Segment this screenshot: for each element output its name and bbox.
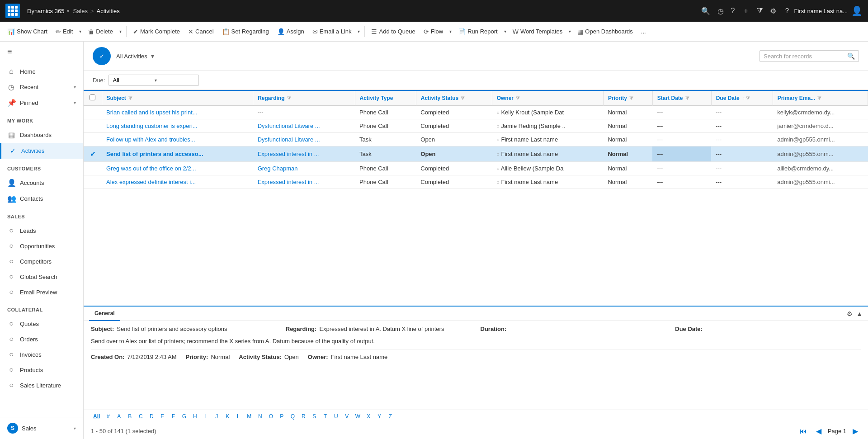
email-dropdown-button[interactable]: ▾ [356,27,362,36]
sidebar-item-global-search[interactable]: ○ Global Search [0,269,83,284]
add-icon[interactable]: ＋ [742,6,750,16]
detail-settings-icon[interactable]: ⚙ [847,310,853,317]
sidebar-item-quotes[interactable]: ○ Quotes [0,316,83,331]
select-all-checkbox[interactable] [90,94,95,100]
alpha-btn-all[interactable]: All [91,412,102,421]
row-regarding[interactable]: Expressed interest in ... [253,146,355,162]
table-row[interactable]: ✔ Send list of printers and accesso... E… [84,146,868,162]
table-scroll[interactable]: Subject ⧩ Regarding ⧩ Activity Type Acti… [84,90,868,306]
hamburger-button[interactable]: ≡ [0,42,83,62]
user-profile[interactable]: First name Last na... 👤 [794,5,863,16]
table-row[interactable]: Alex expressed definite interest i... Ex… [84,175,868,189]
row-subject[interactable]: Alex expressed definite interest i... [102,175,253,189]
page-title-chevron-icon[interactable]: ▾ [151,52,154,60]
subject-header[interactable]: Subject ⧩ [102,90,253,106]
cancel-button[interactable]: ✕ Cancel [184,26,217,37]
search-submit-icon[interactable]: 🔍 [847,52,855,60]
alpha-btn-x[interactable]: X [363,412,373,421]
row-checkbox-cell[interactable] [84,106,102,119]
alpha-btn-q[interactable]: Q [288,412,297,421]
alpha-btn-y[interactable]: Y [374,412,384,421]
question-icon[interactable]: ？ [783,6,791,16]
word-templates-dropdown-button[interactable]: ▾ [567,27,573,36]
alpha-btn-f[interactable]: F [168,412,178,421]
alpha-btn-h[interactable]: H [190,412,200,421]
regarding-header[interactable]: Regarding ⧩ [253,90,355,106]
show-chart-button[interactable]: 📊 Show Chart [4,26,51,37]
select-all-header[interactable] [84,90,102,106]
alpha-btn-n[interactable]: N [255,412,265,421]
sidebar-item-leads[interactable]: ○ Leads [0,223,83,238]
alpha-btn-#[interactable]: # [103,412,113,421]
alpha-btn-o[interactable]: O [266,412,276,421]
more-button[interactable]: ... [637,26,650,37]
brand-title[interactable]: Dynamics 365 ▾ [27,8,69,14]
flow-dropdown-button[interactable]: ▾ [448,27,453,36]
table-row[interactable]: Follow up with Alex and troubles... Dysf… [84,133,868,146]
row-checkbox-cell[interactable] [84,119,102,133]
sidebar-item-competitors[interactable]: ○ Competitors [0,254,83,269]
alpha-btn-j[interactable]: J [212,412,222,421]
row-subject[interactable]: Greg was out of the office on 2/2... [102,162,253,175]
alpha-btn-p[interactable]: P [277,412,287,421]
alpha-btn-l[interactable]: L [233,412,243,421]
sidebar-item-orders[interactable]: ○ Orders [0,331,83,347]
run-report-dropdown-button[interactable]: ▾ [502,27,508,36]
alpha-btn-g[interactable]: G [179,412,189,421]
edit-button[interactable]: ✏ Edit [52,26,76,37]
activity-status-header[interactable]: Activity Status ⧩ [416,90,492,106]
mark-complete-button[interactable]: ✔ Mark Complete [129,26,184,37]
alpha-btn-v[interactable]: V [342,412,352,421]
sidebar-item-pinned[interactable]: 📌 Pinned ▾ [0,95,83,111]
flow-button[interactable]: ⟳ Flow [420,26,447,37]
alpha-btn-d[interactable]: D [146,412,156,421]
app-launcher-button[interactable] [5,4,20,18]
tab-general[interactable]: General [89,307,120,321]
alpha-btn-e[interactable]: E [157,412,167,421]
sidebar-item-email-preview[interactable]: ○ Email Preview [0,284,83,300]
alpha-btn-w[interactable]: W [353,412,363,421]
row-regarding[interactable]: Expressed interest in ... [253,175,355,189]
alpha-btn-u[interactable]: U [331,412,341,421]
due-filter-select[interactable]: All ▾ [108,75,199,86]
start-date-header[interactable]: Start Date ⧩ [652,90,711,106]
settings-icon[interactable]: ⚙ [770,7,776,15]
sidebar-item-products[interactable]: ○ Products [0,362,83,378]
activity-type-header[interactable]: Activity Type [355,90,416,106]
add-to-queue-button[interactable]: ☰ Add to Queue [368,26,419,37]
table-row[interactable]: Brian called and is upset his print... -… [84,106,868,119]
row-checkbox-cell[interactable] [84,175,102,189]
alpha-btn-m[interactable]: M [244,412,254,421]
sidebar-item-recent[interactable]: ◷ Recent ▾ [0,79,83,95]
edit-dropdown-button[interactable]: ▾ [77,27,83,36]
help-icon[interactable]: ? [731,7,735,15]
email-link-button[interactable]: ✉ Email a Link [309,26,355,37]
alpha-btn-s[interactable]: S [309,412,319,421]
next-page-button[interactable]: ▶ [850,426,861,436]
row-subject[interactable]: Long standing customer is experi... [102,119,253,133]
delete-dropdown-button[interactable]: ▾ [118,27,123,36]
sidebar-item-activities[interactable]: ✓ Activities [0,143,83,159]
sidebar-item-dashboards[interactable]: ▦ Dashboards [0,127,83,143]
prev-page-button[interactable]: ◀ [813,426,824,436]
recent-icon[interactable]: ◷ [717,7,724,15]
row-regarding[interactable]: Dysfunctional Litware ... [253,119,355,133]
alpha-btn-z[interactable]: Z [385,412,395,421]
alpha-btn-c[interactable]: C [136,412,146,421]
sidebar-item-invoices[interactable]: ○ Invoices [0,347,83,362]
detail-collapse-icon[interactable]: ▲ [856,310,863,317]
row-checkbox-cell[interactable]: ✔ [84,146,102,162]
row-checkbox-cell[interactable] [84,162,102,175]
alpha-btn-k[interactable]: K [222,412,232,421]
alpha-btn-r[interactable]: R [298,412,308,421]
table-row[interactable]: Greg was out of the office on 2/2... Gre… [84,162,868,175]
sidebar-item-contacts[interactable]: 👥 Contacts [0,191,83,207]
sidebar-item-sales-literature[interactable]: ○ Sales Literature [0,378,83,393]
sidebar-item-opportunities[interactable]: ○ Opportunities [0,238,83,254]
assign-button[interactable]: 👤 Assign [274,26,308,37]
delete-button[interactable]: 🗑 Delete [84,26,117,37]
first-page-button[interactable]: ⏮ [797,426,810,436]
table-row[interactable]: Long standing customer is experi... Dysf… [84,119,868,133]
search-icon[interactable]: 🔍 [701,7,710,15]
alpha-btn-a[interactable]: A [114,412,124,421]
